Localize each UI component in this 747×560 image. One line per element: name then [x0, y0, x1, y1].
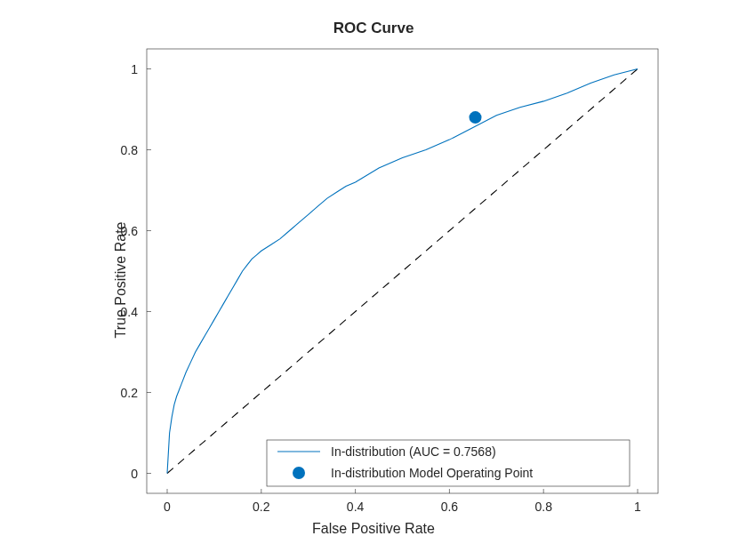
plot-box — [147, 49, 658, 493]
legend: In-distribution (AUC = 0.7568) In-distri… — [267, 440, 630, 486]
legend-marker-icon — [293, 467, 305, 479]
y-tick-label: 1 — [131, 62, 138, 76]
y-tick-label: 0.6 — [121, 224, 139, 238]
y-tick-label: 0.4 — [121, 305, 139, 319]
y-tick-label: 0 — [131, 467, 138, 481]
axes: In-distribution (AUC = 0.7568) In-distri… — [0, 0, 747, 560]
random-classifier-line — [167, 69, 638, 474]
x-tick-label: 1 — [634, 500, 641, 514]
x-tick-label: 0.8 — [534, 500, 552, 514]
x-ticks — [167, 489, 638, 493]
legend-entry-roc: In-distribution (AUC = 0.7568) — [331, 444, 496, 459]
y-tick-label: 0.2 — [121, 386, 139, 400]
y-tick-label: 0.8 — [121, 143, 139, 157]
x-tick-label: 0 — [164, 500, 171, 514]
figure: ROC Curve True Positive Rate False Posit… — [0, 0, 747, 560]
x-tick-label: 0.2 — [253, 500, 270, 514]
operating-point-marker — [469, 111, 481, 124]
legend-entry-op: In-distribution Model Operating Point — [331, 466, 533, 480]
x-tick-label: 0.4 — [347, 500, 365, 514]
y-ticks — [147, 69, 151, 474]
x-tick-label: 0.6 — [441, 500, 459, 514]
x-tick-labels: 00.20.40.60.81 — [164, 500, 641, 514]
y-tick-labels: 00.20.40.60.81 — [121, 62, 139, 481]
